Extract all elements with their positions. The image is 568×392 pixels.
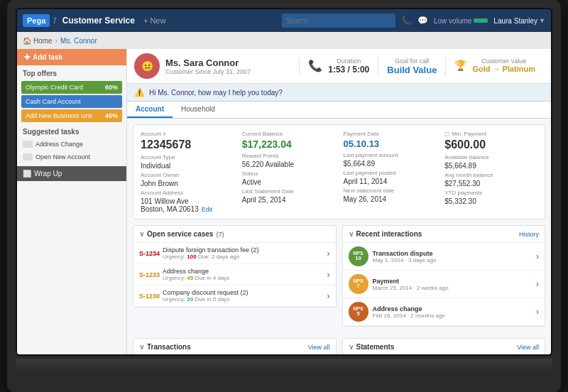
transactions-col: ∨ Transactions View all APR 10 Sudbury F…: [133, 338, 337, 354]
case-arrow-icon[interactable]: ›: [327, 249, 330, 258]
interactions-header: ∨ Recent interactions History: [343, 226, 545, 243]
interactions-title: ∨ Recent interactions: [349, 230, 519, 238]
case-item: S-1230 Company discount request (2) Urge…: [133, 285, 336, 307]
sidebar: ✚ Add task Top offers Olympic Credit Car…: [17, 49, 127, 354]
balance-block: Current Balance $17,223.04 Reward Points…: [242, 131, 335, 213]
case-item: S-1233 Address change Urgency: 45 Due in…: [133, 264, 336, 285]
wrap-up-icon: ⬜: [23, 170, 31, 178]
main-content: ✚ Add task Top offers Olympic Credit Car…: [17, 49, 551, 354]
statements-header: ∨ Statements View all: [343, 339, 545, 354]
checkbox-icon: ☐: [444, 131, 449, 138]
open-cases-header: ∨ Open service cases (7): [133, 226, 336, 243]
statements-title: ∨ Statements: [349, 343, 518, 351]
case-arrow-icon[interactable]: ›: [327, 291, 330, 301]
transactions-card: ∨ Transactions View all APR 10 Sudbury F…: [133, 338, 337, 354]
offer-item[interactable]: Olympic Credit Card 60%: [21, 81, 122, 94]
alert-icon: ⚠️: [134, 87, 145, 97]
breadcrumb-bar: 🏠 Home › Ms. Connor: [17, 32, 551, 49]
bottom-two-col: ∨ Transactions View all APR 10 Sudbury F…: [133, 338, 545, 354]
payment-block: Payment Date 05.10.13 Last payment amoun…: [344, 131, 437, 213]
customer-avatar: 😐: [134, 53, 160, 79]
volume-label: Low volume: [434, 17, 471, 25]
statements-card: ∨ Statements View all Month Start Balanc…: [342, 338, 546, 354]
tab-account[interactable]: Account: [127, 102, 173, 118]
interaction-item: NPS 5 Address change Feb 16, 2014 · 2 mo…: [343, 298, 545, 326]
tab-household[interactable]: Household: [173, 102, 224, 118]
app-title: Customer Service: [62, 16, 135, 26]
interactions-card: ∨ Recent interactions History NPS: [342, 225, 546, 327]
goal-block: Goal for call Build Value: [378, 58, 445, 75]
customer-value-block: 🏆 Customer value Gold → Platinum: [445, 58, 544, 75]
case-item: S-1234 Dispute foreign transaction fee (…: [133, 243, 336, 264]
user-dropdown-icon[interactable]: ▼: [539, 17, 545, 24]
duration-block: 📞 Duration 1:53 / 5:00: [299, 58, 378, 75]
chevron-down-icon[interactable]: ∨: [349, 230, 354, 238]
greeting-bar: ⚠️ Hi Ms. Connor, how may I help you tod…: [127, 84, 551, 102]
user-name[interactable]: Laura Stanley: [493, 17, 537, 25]
interaction-arrow-icon[interactable]: ›: [536, 279, 539, 289]
open-cases-card: ∨ Open service cases (7) S-1234 Dispute …: [133, 225, 337, 307]
offer-item[interactable]: Cash Card Account: [21, 95, 122, 108]
statements-view-all[interactable]: View all: [517, 344, 539, 351]
trophy-icon: 🏆: [454, 60, 466, 71]
two-col-section: ∨ Open service cases (7) S-1234 Dispute …: [133, 225, 545, 332]
open-cases-col: ∨ Open service cases (7) S-1234 Dispute …: [133, 225, 337, 332]
chevron-down-icon[interactable]: ∨: [139, 230, 144, 238]
interaction-arrow-icon[interactable]: ›: [536, 251, 539, 261]
search-input[interactable]: [282, 13, 395, 28]
tab-bar: Account Household: [127, 102, 551, 119]
suggested-tasks-title: Suggested tasks: [17, 124, 126, 138]
nav-icons: 📞 💬: [401, 16, 428, 26]
call-icon: 📞: [308, 59, 322, 72]
transactions-header: ∨ Transactions View all: [133, 339, 336, 354]
transactions-view-all[interactable]: View all: [308, 344, 330, 351]
customer-header: 😐 Ms. Sara Connor Customer Since July 31…: [127, 49, 551, 84]
history-link[interactable]: History: [519, 231, 539, 238]
nps-badge: NPS 7: [349, 274, 368, 294]
plus-icon: ✚: [24, 53, 30, 61]
volume-bar: [474, 18, 488, 23]
top-offers-title: Top offers: [17, 65, 126, 80]
statements-col: ∨ Statements View all Month Start Balanc…: [342, 338, 546, 354]
chevron-down-icon[interactable]: ∨: [139, 343, 144, 351]
home-breadcrumb[interactable]: 🏠 Home: [23, 37, 53, 45]
chevron-down-icon[interactable]: ∨: [349, 343, 354, 351]
pega-logo: Pega: [23, 14, 50, 27]
phone-icon[interactable]: 📞: [401, 16, 412, 26]
breadcrumb-sep: ›: [55, 37, 58, 45]
task-item[interactable]: Address Change: [17, 138, 126, 151]
account-info-row: Account # 12345678 Account Type Individu…: [133, 124, 545, 219]
add-task-button[interactable]: ✚ Add task: [17, 49, 126, 65]
wrap-up-button[interactable]: ⬜ Wrap Up: [17, 166, 126, 181]
header-stats: 📞 Duration 1:53 / 5:00 Goal for call Bui…: [299, 58, 544, 75]
task-icon: [23, 141, 33, 148]
offer-item[interactable]: Add New Business Unit 45%: [21, 109, 122, 122]
open-cases-title: ∨ Open service cases (7): [139, 230, 330, 238]
interaction-arrow-icon[interactable]: ›: [536, 307, 539, 317]
interaction-item: NPS 10 Transaction dispute May 1, 2014 ·…: [343, 243, 545, 271]
chat-icon[interactable]: 💬: [417, 16, 428, 26]
case-arrow-icon[interactable]: ›: [327, 270, 330, 280]
laptop-base: [16, 359, 552, 371]
right-content: 😐 Ms. Sara Connor Customer Since July 31…: [127, 49, 551, 354]
top-nav-bar: Pega 7 Customer Service + New 📞 💬 Low vo…: [17, 9, 551, 32]
transactions-title: ∨ Transactions: [139, 343, 308, 351]
edit-link[interactable]: Edit: [202, 206, 213, 213]
greeting-text: Hi Ms. Connor, how may I help you today?: [149, 89, 283, 97]
customer-breadcrumb[interactable]: Ms. Connor: [60, 37, 97, 45]
interaction-item: NPS 7 Payment March 25, 2014 · 2 weeks a…: [343, 271, 545, 298]
new-button[interactable]: + New: [143, 16, 166, 25]
nps-badge: NPS 5: [349, 302, 368, 322]
customer-name: Ms. Sara Connor: [165, 58, 299, 68]
min-payment-block: ☐ Min. Payment $600.00 Available balance…: [444, 131, 537, 213]
account-body: Account # 12345678 Account Type Individu…: [127, 119, 551, 354]
customer-info: Ms. Sara Connor Customer Since July 31, …: [165, 58, 299, 75]
account-number-block: Account # 12345678 Account Type Individu…: [141, 131, 234, 213]
pega-version: 7: [53, 17, 57, 25]
customer-since: Customer Since July 31, 2007: [165, 68, 299, 75]
nps-badge: NPS 10: [349, 246, 368, 266]
interactions-col: ∨ Recent interactions History NPS: [342, 225, 546, 332]
task-icon: [23, 153, 33, 160]
task-item[interactable]: Open New Account: [17, 151, 126, 163]
